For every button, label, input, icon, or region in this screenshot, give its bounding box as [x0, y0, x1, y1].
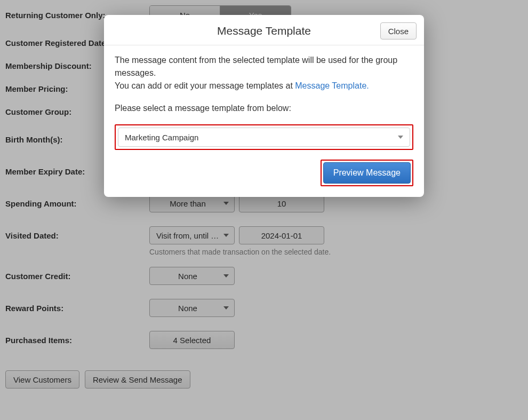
modal-close-button[interactable]: Close	[380, 22, 417, 39]
select-message-template[interactable]: Marketing Campaign	[118, 128, 410, 147]
modal-description: The message content from the selected te…	[115, 54, 413, 92]
modal-text-line2: You can add or edit your message templat…	[115, 81, 295, 90]
modal-title: Message Template	[217, 25, 311, 37]
modal-message-template: Message Template Close The message conte…	[104, 15, 424, 197]
highlight-select: Marketing Campaign	[115, 124, 413, 150]
modal-instruction: Please select a message template from be…	[115, 102, 413, 115]
link-message-template[interactable]: Message Template.	[295, 81, 369, 90]
button-preview-message[interactable]: Preview Message	[323, 162, 411, 184]
modal-text-line1: The message content from the selected te…	[115, 56, 397, 77]
highlight-preview: Preview Message	[321, 160, 413, 186]
